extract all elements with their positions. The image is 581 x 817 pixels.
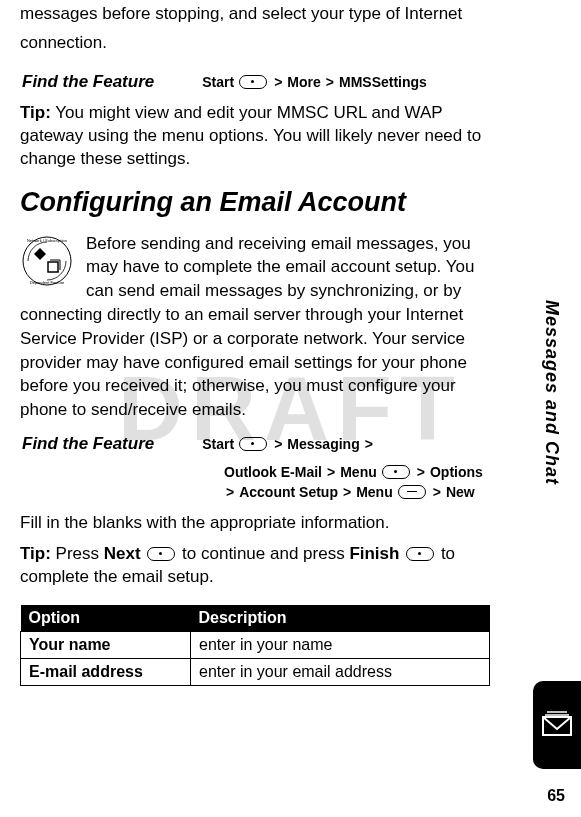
softkey-icon (406, 547, 434, 561)
nav-menu: Menu (356, 484, 393, 500)
nav-outlook: Outlook E-Mail (224, 464, 322, 480)
nav-start: Start (202, 436, 234, 452)
softkey-line-icon (398, 485, 426, 499)
table-header-row: Option Description (21, 605, 490, 632)
body-paragraph-1: Network / Subscription Dependent Feature… (20, 232, 490, 422)
fill-paragraph: Fill in the blanks with the appropriate … (20, 512, 490, 535)
nav-separator: > (326, 74, 334, 90)
nav-separator: > (417, 464, 425, 480)
table-row: E-mail address enter in your email addre… (21, 658, 490, 685)
softkey-icon (239, 75, 267, 89)
nav-path-2c: > Account Setup > Menu > New (224, 484, 490, 500)
softkey-icon (382, 465, 410, 479)
nav-messaging: Messaging (287, 436, 359, 452)
svg-text:Dependent Feature: Dependent Feature (30, 280, 65, 285)
nav-account-setup: Account Setup (239, 484, 338, 500)
tip-label: Tip: (20, 103, 51, 122)
tip2-finish: Finish (349, 544, 399, 563)
nav-path-2b: Outlook E-Mail > Menu > Options (224, 464, 490, 480)
section-heading: Configuring an Email Account (20, 187, 490, 218)
nav-new: New (446, 484, 475, 500)
nav-path-1: Start > More > MMSSettings (202, 74, 427, 90)
table-header-option: Option (21, 605, 191, 632)
nav-separator: > (433, 484, 441, 500)
side-tab (533, 681, 581, 769)
description-cell: enter in your name (191, 631, 490, 658)
sidebar-label: Messages and Chat (541, 300, 569, 720)
network-subscription-icon: Network / Subscription Dependent Feature (20, 234, 74, 288)
page-number: 65 (547, 787, 565, 805)
tip-text: You might view and edit your MMSC URL an… (20, 103, 481, 168)
find-feature-label: Find the Feature (22, 434, 154, 454)
find-feature-row-2: Find the Feature Start > Messaging > (22, 434, 490, 454)
tip2-mid: to continue and press (177, 544, 349, 563)
intro-paragraph: messages before stopping, and select you… (20, 0, 490, 58)
nav-separator: > (343, 484, 351, 500)
body-text-1: Before sending and receiving email messa… (20, 234, 474, 420)
nav-separator: > (365, 436, 373, 452)
nav-options: Options (430, 464, 483, 480)
description-cell: enter in your email address (191, 658, 490, 685)
option-cell: Your name (21, 631, 191, 658)
nav-separator: > (327, 464, 335, 480)
softkey-icon (147, 547, 175, 561)
table-row: Your name enter in your name (21, 631, 490, 658)
table-header-description: Description (191, 605, 490, 632)
find-feature-label: Find the Feature (22, 72, 154, 92)
svg-text:Network / Subscription: Network / Subscription (27, 238, 67, 243)
tip-label: Tip: (20, 544, 51, 563)
nav-separator: > (226, 484, 234, 500)
tip2-pre: Press (51, 544, 104, 563)
sidebar-text: Messages and Chat (541, 300, 562, 485)
nav-menu: Menu (340, 464, 377, 480)
options-table: Option Description Your name enter in yo… (20, 605, 490, 686)
find-feature-row-1: Find the Feature Start > More > MMSSetti… (22, 72, 490, 92)
nav-separator: > (274, 74, 282, 90)
nav-mmssettings: MMSSettings (339, 74, 427, 90)
tip2-next: Next (104, 544, 141, 563)
softkey-icon (239, 437, 267, 451)
tip-paragraph-1: Tip: You might view and edit your MMSC U… (20, 102, 490, 171)
mail-icon (539, 707, 575, 743)
nav-separator: > (274, 436, 282, 452)
nav-start: Start (202, 74, 234, 90)
svg-point-0 (23, 237, 71, 285)
tip-paragraph-2: Tip: Press Next to continue and press Fi… (20, 543, 490, 589)
nav-more: More (287, 74, 320, 90)
nav-path-2a: Start > Messaging > (202, 436, 375, 452)
option-cell: E-mail address (21, 658, 191, 685)
